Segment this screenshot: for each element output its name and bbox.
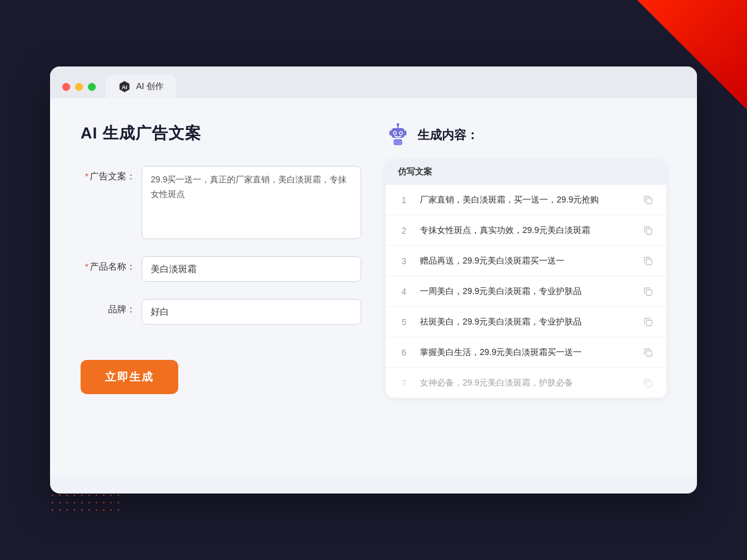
results-column-header: 仿写文案 [386,159,666,185]
svg-rect-11 [405,131,406,135]
svg-point-8 [400,132,402,134]
results-header-row: 生成内容： [386,123,666,147]
robot-icon [386,123,410,147]
copy-icon[interactable] [642,346,654,359]
svg-rect-17 [646,351,652,356]
product-name-row: *产品名称： [81,256,361,282]
close-button[interactable] [62,83,70,91]
result-item: 4 一周美白，29.9元美白淡斑霜，专业护肤品 [386,276,666,307]
ad-copy-label: *广告文案： [81,166,135,182]
results-container: 仿写文案 1 厂家直销，美白淡斑霜，买一送一，29.9元抢购 2 专抹女性斑点，… [386,159,666,398]
result-item: 7 女神必备，29.9元美白淡斑霜，护肤必备 [386,368,666,398]
result-text: 赠品再送，29.9元美白淡斑霜买一送一 [420,254,632,267]
result-number: 5 [398,317,410,327]
browser-tab[interactable]: AI AI 创作 [106,75,176,98]
svg-rect-15 [646,290,652,295]
traffic-lights [62,83,96,91]
results-list: 1 厂家直销，美白淡斑霜，买一送一，29.9元抢购 2 专抹女性斑点，真实功效，… [386,185,666,398]
result-number: 2 [398,226,410,235]
product-input[interactable] [142,256,361,282]
ad-copy-textarea[interactable]: 29.9买一送一，真正的厂家直销，美白淡斑霜，专抹女性斑点 [142,166,361,239]
copy-icon[interactable] [642,255,654,267]
brand-input[interactable] [142,299,361,325]
svg-rect-9 [394,139,402,145]
result-text: 一周美白，29.9元美白淡斑霜，专业护肤品 [420,285,632,298]
result-item: 3 赠品再送，29.9元美白淡斑霜买一送一 [386,246,666,276]
result-text: 厂家直销，美白淡斑霜，买一送一，29.9元抢购 [420,193,632,206]
svg-point-3 [397,123,399,126]
result-text: 女神必备，29.9元美白淡斑霜，护肤必备 [420,376,632,389]
svg-rect-13 [646,229,652,234]
result-text: 专抹女性斑点，真实功效，29.9元美白淡斑霜 [420,224,632,237]
result-item: 2 专抹女性斑点，真实功效，29.9元美白淡斑霜 [386,215,666,246]
copy-icon[interactable] [642,285,654,298]
maximize-button[interactable] [88,83,96,91]
left-panel: AI 生成广告文案 *广告文案： 29.9买一送一，真正的厂家直销，美白淡斑霜，… [81,123,361,452]
result-number: 4 [398,287,410,296]
svg-rect-14 [646,259,652,265]
result-number: 6 [398,348,410,357]
result-text: 掌握美白生活，29.9元美白淡斑霜买一送一 [420,346,632,359]
svg-point-7 [394,132,396,134]
result-number: 7 [398,378,410,388]
copy-icon[interactable] [642,377,654,389]
svg-rect-16 [646,320,652,326]
required-star-2: * [85,261,88,271]
result-item: 6 掌握美白生活，29.9元美白淡斑霜买一送一 [386,337,666,368]
copy-icon[interactable] [642,224,654,237]
result-item: 1 厂家直销，美白淡斑霜，买一送一，29.9元抢购 [386,185,666,215]
page-title: AI 生成广告文案 [81,123,361,144]
result-item: 5 祛斑美白，29.9元美白淡斑霜，专业护肤品 [386,307,666,337]
browser-chrome: AI AI 创作 [50,66,697,98]
svg-rect-10 [389,131,391,135]
svg-rect-12 [646,198,652,204]
generate-button[interactable]: 立即生成 [81,360,178,394]
copy-icon[interactable] [642,316,654,328]
copy-icon[interactable] [642,194,654,206]
required-star-1: * [85,171,88,181]
result-number: 3 [398,256,410,266]
svg-rect-18 [646,381,652,387]
product-label: *产品名称： [81,256,135,273]
results-title: 生成内容： [417,127,478,143]
tab-label: AI 创作 [136,81,164,92]
minimize-button[interactable] [75,83,83,91]
ai-icon: AI [118,80,131,93]
result-text: 祛斑美白，29.9元美白淡斑霜，专业护肤品 [420,315,632,328]
browser-content: AI 生成广告文案 *广告文案： 29.9买一送一，真正的厂家直销，美白淡斑霜，… [50,98,697,476]
result-number: 1 [398,195,410,205]
brand-label: 品牌： [81,299,135,315]
brand-row: 品牌： [81,299,361,325]
svg-text:AI: AI [122,84,128,90]
ad-copy-row: *广告文案： 29.9买一送一，真正的厂家直销，美白淡斑霜，专抹女性斑点 [81,166,361,239]
right-panel: 生成内容： 仿写文案 1 厂家直销，美白淡斑霜，买一送一，29.9元抢购 2 专… [386,123,666,452]
browser-window: AI AI 创作 AI 生成广告文案 *广告文案： 29.9买一送一，真正的厂家… [50,66,697,494]
